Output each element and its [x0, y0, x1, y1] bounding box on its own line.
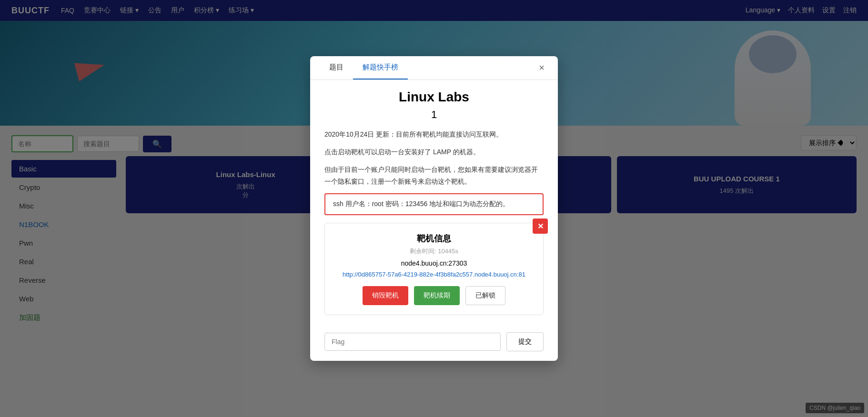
- target-actions: 销毁靶机 靶机续期 已解锁: [334, 286, 534, 305]
- modal-overlay[interactable]: 题目 解题快手榜 × Linux Labs 1 2020年10月24日 更新：目…: [0, 0, 868, 417]
- modal-desc-3: 但由于目前一个账户只能同时启动一台靶机，您如果有需要建议浏览器开一个隐私窗口，注…: [324, 164, 544, 188]
- target-http-link[interactable]: http://0d865757-57a6-4219-882e-4f3b8fa2c…: [334, 270, 534, 278]
- destroy-target-button[interactable]: 销毁靶机: [363, 286, 408, 305]
- extend-target-button[interactable]: 靶机续期: [414, 286, 460, 305]
- target-info-box: ✕ 靶机信息 剩余时间: 10445s node4.buuoj.cn:27303…: [324, 223, 544, 315]
- unlocked-button[interactable]: 已解锁: [465, 286, 505, 305]
- modal-close-button[interactable]: ×: [535, 59, 548, 76]
- target-close-button[interactable]: ✕: [533, 218, 548, 234]
- modal-desc-1: 2020年10月24日 更新：目前所有靶机均能直接访问互联网。: [324, 129, 544, 140]
- target-time: 剩余时间: 10445s: [334, 247, 534, 256]
- tab-leaderboard[interactable]: 解题快手榜: [353, 56, 408, 79]
- target-link-anchor[interactable]: http://0d865757-57a6-4219-882e-4f3b8fa2c…: [343, 271, 525, 278]
- target-title: 靶机信息: [334, 233, 534, 244]
- modal-header: 题目 解题快手榜 ×: [310, 56, 558, 80]
- target-node-addr: node4.buuoj.cn:27303: [334, 259, 534, 267]
- modal-challenge-score: 1: [324, 109, 544, 121]
- tab-problem[interactable]: 题目: [320, 56, 353, 79]
- modal-body: Linux Labs 1 2020年10月24日 更新：目前所有靶机均能直接访问…: [310, 80, 558, 333]
- modal-ssh-info: ssh 用户名：root 密码：123456 地址和端口为动态分配的。: [324, 193, 544, 215]
- flag-area: 提交: [310, 332, 558, 361]
- flag-input[interactable]: [324, 333, 501, 351]
- modal: 题目 解题快手榜 × Linux Labs 1 2020年10月24日 更新：目…: [310, 56, 558, 361]
- modal-desc-2: 点击启动靶机可以启动一台安装好了 LAMP 的机器。: [324, 146, 544, 158]
- submit-flag-button[interactable]: 提交: [506, 332, 544, 351]
- modal-challenge-title: Linux Labs: [324, 89, 544, 105]
